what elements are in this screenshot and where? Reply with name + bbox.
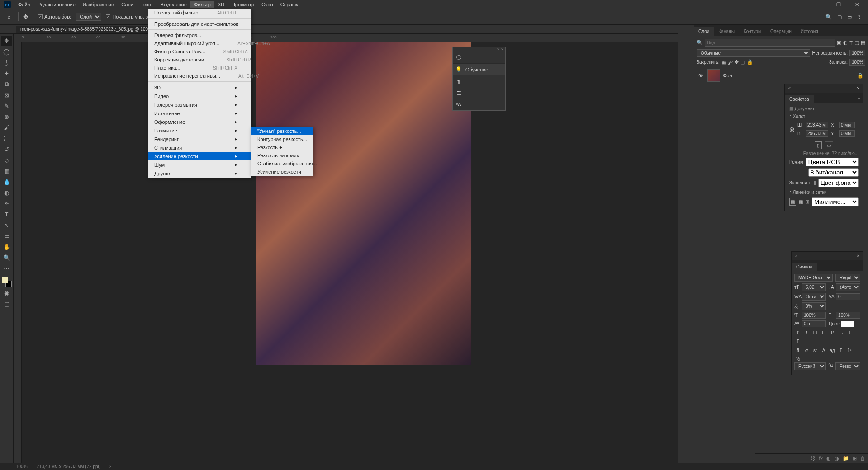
ruler-units-select[interactable]: Миллиме... (812, 197, 859, 206)
crop-tool[interactable]: ⧉ (1, 79, 12, 89)
close-icon[interactable]: × (501, 47, 503, 52)
filter-blur[interactable]: Размытие▸ (148, 126, 251, 135)
tab-properties[interactable]: Свойства (785, 95, 814, 103)
link-wh-icon[interactable]: ⛓ (789, 127, 795, 133)
path-tool[interactable]: ↖ (1, 220, 12, 230)
panel-collapse[interactable]: « (795, 254, 798, 258)
canvas-height-input[interactable] (806, 130, 828, 137)
layer-mask-icon[interactable]: ◐ (826, 456, 831, 461)
portrait-icon[interactable]: ▯ (815, 141, 822, 149)
eraser-tool[interactable]: ◇ (1, 155, 12, 165)
text-color-swatch[interactable] (841, 321, 854, 327)
link-layers-icon[interactable]: ⛓ (810, 456, 815, 461)
close-button[interactable]: ✕ (850, 2, 863, 8)
language-select[interactable]: Русский (794, 362, 826, 370)
filter-sharpen[interactable]: Усиление резкости▸ (148, 152, 251, 160)
bold-button[interactable]: T (794, 329, 802, 336)
layer-row[interactable]: 👁 Фон 🔒 (697, 67, 865, 84)
bg-color-select[interactable]: Цвет фона (818, 179, 859, 187)
leading-input[interactable]: (Авто) (836, 283, 860, 291)
font-family-select[interactable]: MADE GoodTime ... (794, 274, 833, 282)
filter-distort[interactable]: Искажение▸ (148, 109, 251, 118)
visibility-icon[interactable]: 👁 (698, 73, 705, 78)
brush-tool[interactable]: 🖌 (1, 122, 12, 132)
menu-select[interactable]: Выделение (157, 1, 190, 8)
kerning-select[interactable]: Оптически ... (802, 293, 826, 301)
search-icon[interactable]: 🔍 (825, 14, 832, 20)
menu-window[interactable]: Окно (258, 1, 277, 8)
lasso-tool[interactable]: ⟆ (1, 57, 12, 67)
filter-vanishing-point[interactable]: Исправление перспективы...Alt+Ctrl+V (148, 72, 251, 80)
collapse-icon[interactable]: » (497, 47, 499, 52)
ruler-icon[interactable]: ▦ (789, 198, 796, 206)
opacity-input[interactable] (849, 50, 865, 56)
dodge-tool[interactable]: ◐ (1, 188, 12, 197)
filter-pixel-icon[interactable]: ▣ (837, 40, 841, 46)
horiz-scale-input[interactable] (836, 312, 860, 319)
adjustment-layer-icon[interactable]: ◑ (835, 456, 839, 461)
blur-tool[interactable]: 💧 (1, 177, 12, 187)
color-mode-select[interactable]: Цвета RGB (806, 158, 859, 166)
bit-depth-select[interactable]: 8 бит/канал (808, 168, 859, 177)
filter-shape-icon[interactable]: ▢ (854, 40, 859, 46)
tab-history[interactable]: История (796, 27, 823, 36)
sharpen-edges[interactable]: Резкость на краях (251, 151, 313, 160)
guides-section-toggle[interactable]: ˅ Линейки и сетки (789, 190, 859, 195)
wand-tool[interactable]: ✦ (1, 68, 12, 78)
menu-type[interactable]: Текст (137, 1, 157, 8)
hand-tool[interactable]: ✋ (1, 242, 12, 252)
tutorial-learn[interactable]: 💡Обучение (453, 63, 505, 75)
sharpen-smart[interactable]: "Умная" резкость... (251, 127, 313, 135)
menu-edit[interactable]: Редактирование (34, 1, 79, 8)
blend-mode-select[interactable]: Обычные (697, 49, 810, 57)
superscript-button[interactable]: T¹ (829, 329, 836, 336)
document-canvas[interactable] (256, 42, 471, 365)
panel-close[interactable]: × (857, 254, 859, 258)
lock-pixels-icon[interactable]: 🖌 (728, 60, 733, 65)
italic-button[interactable]: T (803, 329, 810, 336)
zoom-tool[interactable]: 🔍 (1, 253, 12, 263)
menu-image[interactable]: Изображение (79, 1, 118, 8)
menu-file[interactable]: Файл (14, 1, 34, 8)
filter-gallery[interactable]: Галерея фильтров... (148, 31, 251, 39)
font-style-select[interactable]: Regular (835, 274, 860, 282)
tab-paths[interactable]: Контуры (739, 27, 766, 36)
filter-pixelate[interactable]: Оформление▸ (148, 118, 251, 126)
auto-select-checkbox[interactable]: Автовыбор: (38, 14, 71, 19)
lock-transparency-icon[interactable]: ▦ (721, 59, 726, 65)
stylistic-button[interactable]: T (837, 347, 844, 354)
sharpen-shake-reduction[interactable]: Стабилиз. изображения... (251, 160, 313, 168)
edit-toolbar[interactable]: ⋯ (1, 263, 12, 273)
canvas-width-input[interactable] (806, 122, 828, 128)
filter-blur-gallery[interactable]: Галерея размытия▸ (148, 100, 251, 109)
home-icon[interactable]: ⌂ (5, 12, 14, 21)
fill-checkbox[interactable] (814, 181, 816, 185)
lock-all-icon[interactable]: 🔒 (747, 59, 753, 65)
tab-actions[interactable]: Операции (766, 27, 796, 36)
subscript-button[interactable]: T₁ (837, 329, 844, 336)
lock-position-icon[interactable]: ✥ (735, 59, 739, 65)
layer-fx-icon[interactable]: fx (819, 456, 823, 461)
filter-adjust-icon[interactable]: ◐ (843, 40, 848, 46)
delete-layer-icon[interactable]: 🗑 (860, 456, 865, 461)
tutorial-glyph[interactable]: 🗔 (453, 87, 505, 99)
fraction-button[interactable]: ½ (794, 355, 802, 362)
gradient-tool[interactable]: ▦ (1, 166, 12, 176)
tab-character[interactable]: Символ (792, 263, 817, 271)
filter-liquify[interactable]: Пластика...Shift+Ctrl+X (148, 64, 251, 72)
minimize-button[interactable]: — (814, 2, 827, 8)
baseline-input[interactable] (802, 320, 826, 327)
filter-noise[interactable]: Шум▸ (148, 160, 251, 169)
panel-menu-icon[interactable]: ≡ (855, 262, 863, 271)
marquee-tool[interactable]: ◯ (1, 47, 12, 56)
allcaps-button[interactable]: TT (811, 329, 819, 336)
alt-button[interactable]: σ (803, 347, 810, 354)
menu-view[interactable]: Просмотр (228, 1, 258, 8)
pen-tool[interactable]: ✒ (1, 198, 12, 208)
oldstyle-button[interactable]: 1ˢ (846, 347, 853, 354)
canvas-y-input[interactable] (839, 130, 855, 137)
canvas-x-input[interactable] (839, 122, 855, 128)
filter-last[interactable]: Последний фильтрAlt+Ctrl+F (148, 9, 251, 17)
filter-wide-angle[interactable]: Адаптивный широкий угол...Alt+Shift+Ctrl… (148, 39, 251, 47)
screenmode-tool[interactable]: ▢ (1, 299, 12, 309)
